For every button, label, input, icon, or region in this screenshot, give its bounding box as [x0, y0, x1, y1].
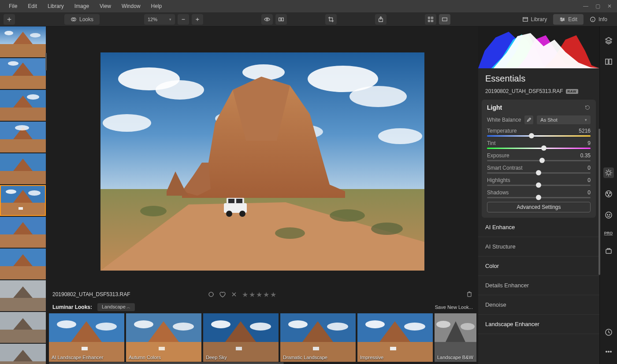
menu-edit[interactable]: Edit	[22, 1, 42, 11]
advanced-settings-button[interactable]: Advanced Settings	[487, 202, 591, 212]
svg-rect-4	[282, 18, 283, 21]
reset-icon[interactable]	[584, 104, 591, 111]
looks-bar: Luminar Looks: Landscape Save New Look..…	[47, 301, 478, 313]
looks-button[interactable]: Looks	[64, 14, 100, 25]
section-landscape-enhancer[interactable]: Landscape Enhancer	[478, 315, 599, 334]
layers-icon[interactable]	[603, 35, 614, 46]
svg-point-50	[349, 86, 407, 107]
svg-point-63	[140, 206, 167, 216]
flag-icon[interactable]	[208, 291, 215, 298]
svg-point-96	[436, 321, 450, 328]
menu-view[interactable]: View	[94, 1, 116, 11]
look-tile[interactable]: AI Landscape Enhancer	[49, 313, 124, 362]
slider-track[interactable]	[487, 148, 591, 149]
section-denoise[interactable]: Denoise	[478, 295, 599, 315]
section-color[interactable]: Color	[478, 256, 599, 276]
svg-point-14	[561, 20, 563, 21]
filmstrip[interactable]	[0, 26, 47, 364]
menu-library[interactable]: Library	[42, 1, 69, 11]
menu-window[interactable]: Window	[116, 1, 146, 11]
thumbnail[interactable]	[0, 26, 46, 57]
look-tile[interactable]: Landscape B&W	[435, 313, 476, 362]
menu-image[interactable]: Image	[69, 1, 94, 11]
svg-point-2	[266, 19, 268, 20]
svg-rect-88	[313, 347, 319, 350]
thumbnail[interactable]	[0, 122, 46, 152]
tab-info[interactable]: Info	[584, 14, 613, 25]
look-label: Deep Sky	[206, 355, 227, 360]
svg-rect-99	[609, 59, 612, 64]
thumbnail[interactable]	[0, 90, 46, 121]
tab-library[interactable]: Library	[516, 14, 554, 25]
section-ai-structure[interactable]: AI Structure	[478, 237, 599, 256]
looks-category-select[interactable]: Landscape	[97, 303, 135, 311]
svg-rect-83	[236, 347, 242, 350]
look-tile[interactable]: Deep Sky	[203, 313, 279, 362]
crop-button[interactable]	[325, 14, 337, 25]
thumbnail[interactable]	[0, 344, 46, 364]
slider-track[interactable]	[487, 172, 591, 174]
looks-scrollbar[interactable]	[49, 362, 476, 364]
svg-point-67	[209, 292, 213, 297]
slider-track[interactable]	[487, 135, 591, 137]
svg-point-91	[365, 320, 385, 328]
wb-eyedropper[interactable]	[524, 115, 533, 124]
right-panel: Essentials 20190802_UTAH_DSF5313.RAF RAW…	[478, 26, 617, 364]
svg-point-62	[239, 211, 245, 217]
canvas-icon[interactable]	[603, 56, 614, 67]
essentials-icon[interactable]	[603, 167, 614, 178]
slider-track[interactable]	[487, 160, 591, 161]
compare-button[interactable]	[275, 14, 287, 25]
share-button[interactable]	[375, 14, 387, 25]
svg-rect-33	[19, 207, 23, 210]
canvas-area[interactable]	[47, 26, 478, 288]
menu-file[interactable]: File	[4, 1, 22, 11]
heart-icon[interactable]	[219, 291, 226, 298]
close-button[interactable]: ✕	[606, 2, 613, 10]
wb-select[interactable]: As Shot	[537, 115, 591, 124]
zoom-select[interactable]: 12%	[144, 14, 175, 25]
look-tile[interactable]: Impressive	[357, 313, 433, 362]
portrait-icon[interactable]	[603, 210, 614, 220]
thumbnail[interactable]	[0, 58, 46, 89]
file-name: 20190802_UTAH_DSF5313.RAF	[485, 88, 563, 94]
menu-help[interactable]: Help	[146, 1, 167, 11]
slider-track[interactable]	[487, 185, 591, 186]
more-icon[interactable]	[603, 346, 614, 357]
looks-strip[interactable]: AI Landscape Enhancer Autumn Colors Deep…	[47, 313, 478, 364]
svg-point-76	[134, 320, 153, 328]
thumbnail-selected[interactable]	[0, 185, 46, 216]
save-look-button[interactable]: Save New Look...	[435, 305, 473, 310]
thumbnail[interactable]	[0, 153, 46, 184]
minimize-button[interactable]: —	[581, 2, 590, 10]
reject-icon[interactable]	[230, 291, 238, 298]
single-view-button[interactable]	[439, 14, 450, 25]
look-tile[interactable]: Autumn Colors	[126, 313, 201, 362]
zoom-out-button[interactable]	[178, 14, 189, 25]
workspace-icon[interactable]	[603, 246, 614, 256]
look-tile[interactable]: Dramatic Landscape	[280, 313, 356, 362]
section-ai-enhance[interactable]: AI Enhance	[478, 218, 599, 237]
section-details-enhancer[interactable]: Details Enhancer	[478, 276, 599, 295]
preview-button[interactable]	[261, 14, 273, 25]
histogram[interactable]	[478, 26, 599, 68]
history-icon[interactable]	[603, 327, 614, 338]
svg-point-53	[378, 128, 422, 144]
panel-title: Essentials	[485, 74, 592, 84]
panel-scrollbar[interactable]	[598, 129, 600, 275]
thumbnail[interactable]	[0, 312, 46, 343]
thumbnail[interactable]	[0, 280, 46, 311]
add-button[interactable]	[4, 14, 15, 25]
svg-point-19	[30, 33, 41, 37]
tab-edit[interactable]: Edit	[553, 14, 584, 25]
thumbnail[interactable]	[0, 249, 46, 279]
delete-button[interactable]	[466, 290, 473, 299]
grid-view-button[interactable]	[425, 14, 436, 25]
thumbnail[interactable]	[0, 217, 46, 248]
star-rating[interactable]: ★★★★★	[242, 290, 277, 299]
pro-icon[interactable]: PRO	[604, 231, 613, 235]
zoom-in-button[interactable]	[192, 14, 203, 25]
maximize-button[interactable]: ▢	[594, 2, 602, 10]
creative-icon[interactable]	[603, 189, 614, 199]
slider-track[interactable]	[487, 197, 591, 198]
